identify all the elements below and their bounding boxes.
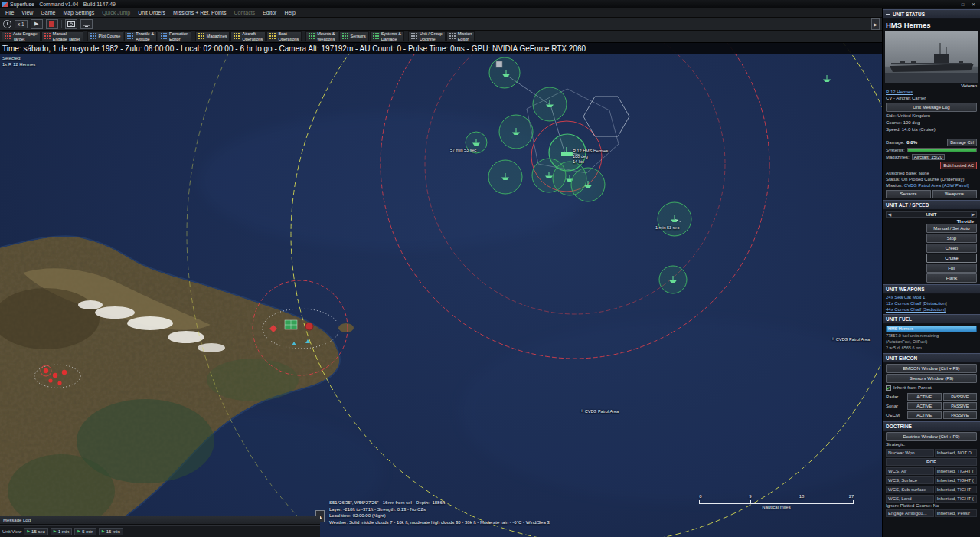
wcs-air-row[interactable]: WCS, Air Inherited, TIGHT ( bbox=[883, 467, 980, 476]
interval-1min-button[interactable]: ▶ 1 min bbox=[51, 528, 73, 535]
weapon-link[interactable]: 44x Corvus Chaff [Seduction] bbox=[886, 307, 977, 312]
selection-readout: Selected: 1x R 12 Hermes bbox=[2, 56, 35, 68]
edit-hosted-ac-button[interactable]: Edit hosted AC bbox=[940, 162, 977, 169]
engage-ambiguous-row[interactable]: Engage Ambigou... Inherited, Pessir bbox=[883, 509, 980, 518]
inherit-checkbox[interactable]: ✔ bbox=[886, 385, 891, 391]
next-unit-arrow-icon[interactable]: ▶ bbox=[972, 212, 975, 217]
menu-contacts[interactable]: Contacts bbox=[230, 10, 259, 15]
unit-marker[interactable] bbox=[658, 202, 691, 236]
message-log-panel[interactable]: Message Log bbox=[0, 516, 320, 525]
unit-message-log-button[interactable]: Unit Message Log bbox=[886, 103, 977, 112]
throttle-stop-button[interactable]: Stop bbox=[926, 234, 977, 243]
doctrine-header[interactable]: DOCTRINE bbox=[883, 421, 980, 431]
sensors-window-button[interactable]: Sensors Window (F9) bbox=[886, 374, 977, 383]
doctrine-window-button[interactable]: Doctrine Window (Ctrl + F9) bbox=[886, 432, 977, 441]
ribbon-separator bbox=[302, 31, 305, 41]
unit-marker[interactable] bbox=[499, 115, 533, 149]
ribbon-sensors[interactable]: Sensors bbox=[339, 31, 369, 41]
menu-view[interactable]: View bbox=[18, 10, 37, 15]
ribbon-manual-engage-target[interactable]: ManualEngage Target bbox=[41, 31, 83, 41]
unit-weapons-header[interactable]: UNIT WEAPONS bbox=[883, 284, 980, 294]
play-icon: ▶ bbox=[102, 529, 105, 533]
menu-game[interactable]: Game bbox=[37, 10, 59, 15]
unit-marker[interactable] bbox=[659, 266, 687, 293]
screenshot-button[interactable] bbox=[65, 19, 77, 29]
weapon-link[interactable]: 12x Corvus Chaff [Distraction] bbox=[886, 301, 977, 306]
radar-emcon-row: Radar ACTIVE PASSIVE bbox=[883, 392, 980, 401]
throttle-full-button[interactable]: Full bbox=[926, 264, 977, 273]
unit-status-header[interactable]: UNIT STATUS bbox=[883, 9, 980, 19]
menu-map-settings[interactable]: Map Settings bbox=[59, 10, 98, 15]
play-button[interactable]: ▶ bbox=[31, 19, 43, 29]
menu-file[interactable]: File bbox=[2, 10, 18, 15]
refpoint-label[interactable]: + CVBG Patrol Area bbox=[580, 409, 619, 414]
interval-15sec-button[interactable]: ▶ 15 sec bbox=[24, 528, 48, 535]
ignore-plotted-course-label[interactable]: Ignore Plotted Course: No bbox=[883, 503, 980, 509]
ribbon-auto-engage-target[interactable]: Auto EngageTarget bbox=[2, 31, 41, 41]
ribbon-mission-editor[interactable]: MissionEditor bbox=[446, 31, 475, 41]
nuclear-doctrine-row[interactable]: Nuclear Wpn Inherited, NOT D bbox=[883, 448, 980, 457]
interval-15min-button[interactable]: ▶ 15 min bbox=[99, 528, 123, 535]
recorder-window-button[interactable] bbox=[80, 19, 93, 29]
weapon-link[interactable]: 24x Sea Cat Mod 1 bbox=[886, 295, 977, 300]
unit-alt-speed-header[interactable]: UNIT ALT / SPEED bbox=[883, 200, 980, 210]
throttle-creep-button[interactable]: Creep bbox=[926, 244, 977, 253]
wcs-subsurface-row[interactable]: WCS, Sub-surface Inherited, TIGHT bbox=[883, 485, 980, 494]
unit-fuel-header[interactable]: UNIT FUEL bbox=[883, 314, 980, 324]
ribbon-unit-group-doctrine[interactable]: Unit / GroupDoctrine bbox=[408, 31, 446, 41]
ribbon-boat-operations[interactable]: BoatOperations bbox=[266, 31, 302, 41]
throttle-cruise-button[interactable]: Cruise bbox=[926, 254, 977, 263]
tab-sensors[interactable]: Sensors bbox=[886, 190, 931, 198]
emcon-window-button[interactable]: EMCON Window (Ctrl + F9) bbox=[886, 364, 977, 373]
unit-marker[interactable] bbox=[488, 160, 522, 194]
ribbon-magazines[interactable]: Magazines bbox=[195, 31, 230, 41]
throttle-flank-button[interactable]: Flank bbox=[926, 273, 977, 283]
ribbon-formation-editor[interactable]: FormationEditor bbox=[158, 31, 191, 41]
doctrine-grid-icon bbox=[411, 33, 418, 40]
menu-editor[interactable]: Editor bbox=[259, 10, 280, 15]
mission-link[interactable]: CVBG Patrol Area (ASW Patrol) bbox=[904, 183, 969, 188]
menu-unit-orders[interactable]: Unit Orders bbox=[134, 10, 169, 15]
close-button[interactable]: ✕ bbox=[969, 1, 978, 8]
aircraft-count-chip[interactable]: Aircraft: 15/20 bbox=[912, 154, 945, 160]
oecm-active-button[interactable]: ACTIVE bbox=[907, 411, 942, 419]
unit-marker[interactable] bbox=[533, 87, 567, 121]
unit-name-link[interactable]: R 12 Hermes bbox=[886, 90, 913, 94]
radar-passive-button[interactable]: PASSIVE bbox=[943, 393, 978, 401]
ribbon-throttle-altitude[interactable]: Throttle &Altitude bbox=[124, 31, 157, 41]
selected-label: Selected: bbox=[2, 56, 35, 62]
time-compression-chip[interactable]: x 1 bbox=[15, 20, 28, 28]
menu-help[interactable]: Help bbox=[280, 10, 299, 15]
titlebar: Superfuse - Command v1.04 - Build 1147.4… bbox=[0, 0, 980, 8]
record-button[interactable] bbox=[46, 19, 58, 29]
ribbon-aircraft-operations[interactable]: AircraftOperations bbox=[230, 31, 266, 41]
unit-marker[interactable] bbox=[571, 168, 605, 201]
ribbon-plot-course[interactable]: Plot Course bbox=[87, 31, 124, 41]
minimize-button[interactable]: – bbox=[948, 1, 956, 8]
ribbon-systems-damage[interactable]: Systems &Damage bbox=[370, 31, 404, 41]
sonar-passive-button[interactable]: PASSIVE bbox=[943, 402, 978, 410]
wcs-land-row[interactable]: WCS, Land Inherited, TIGHT ( bbox=[883, 494, 980, 503]
throttle-buttons: Manual / Set Auto Stop Creep Cruise Full… bbox=[883, 224, 980, 283]
wcs-surface-row[interactable]: WCS, Surface Inherited, TIGHT ( bbox=[883, 476, 980, 485]
sidebar-collapse-arrow-icon[interactable]: ▶ bbox=[871, 18, 880, 30]
menu-quick-jump[interactable]: Quick Jump bbox=[98, 10, 134, 15]
throttle-manual-auto-button[interactable]: Manual / Set Auto bbox=[926, 224, 977, 233]
refpoint-label[interactable]: + CVBG Patrol Area bbox=[831, 337, 870, 342]
unit-emcon-header[interactable]: UNIT EMCON bbox=[883, 353, 980, 363]
fuel-gauge-bar[interactable]: HMS Hermes bbox=[886, 326, 977, 332]
ribbon-mounts-weapons[interactable]: Mounts &Weapons bbox=[305, 31, 338, 41]
damage-ctrl-button[interactable]: Damage Ctrl bbox=[947, 139, 977, 146]
ribbon-separator bbox=[405, 31, 407, 41]
time-status-text: Time: sábado, 1 de mayo de 1982 - Zulu: … bbox=[2, 44, 586, 53]
radar-active-button[interactable]: ACTIVE bbox=[907, 393, 942, 401]
unit-marker[interactable] bbox=[823, 75, 831, 82]
interval-5min-button[interactable]: ▶ 5 min bbox=[74, 528, 96, 535]
menu-missions-ref-points[interactable]: Missions + Ref. Points bbox=[169, 10, 230, 15]
unit-marker-contact[interactable] bbox=[489, 57, 520, 88]
oecm-passive-button[interactable]: PASSIVE bbox=[943, 411, 978, 419]
map-canvas[interactable]: Time: sábado, 1 de mayo de 1982 - Zulu: … bbox=[0, 43, 882, 537]
tab-weapons[interactable]: Weapons bbox=[932, 190, 977, 198]
maximize-button[interactable]: □ bbox=[959, 1, 967, 8]
sonar-active-button[interactable]: ACTIVE bbox=[907, 402, 942, 410]
